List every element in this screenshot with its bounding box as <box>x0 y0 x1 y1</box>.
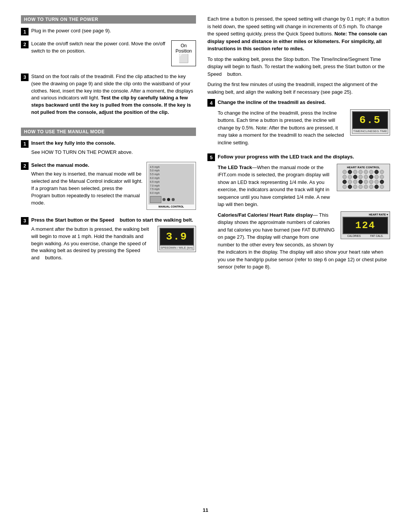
manual-step-1-content: Insert the key fully into the console. S… <box>31 140 196 158</box>
right-step-5-title: Follow your progress with the LED track … <box>218 153 390 161</box>
right-column: Each time a button is pressed, the speed… <box>207 15 390 500</box>
manual-step-3: 3 Press the Start button or the Speed bu… <box>21 217 196 264</box>
led-dot <box>364 185 368 189</box>
section2-header: HOW TO USE THE MANUAL MODE <box>21 128 196 136</box>
right-intro-2: To stop the walking belt, press the Stop… <box>207 56 390 78</box>
led-dot <box>380 180 384 184</box>
manual-step-2: 2 4.5 mph5.0 mph5.5 mph6.0 mph6.5 mph7.0… <box>21 162 196 213</box>
manual-control-inner: 4.5 mph5.0 mph5.5 mph6.0 mph6.5 mph7.0 m… <box>148 164 194 204</box>
on-position-figure: On Position ⬜ <box>171 40 196 66</box>
left-column: HOW TO TURN ON THE POWER 1 Plug in the p… <box>21 15 196 500</box>
incline-display-container: 6.5 TIME INCLINE SEG.TIME <box>350 109 390 136</box>
led-grid <box>339 170 388 189</box>
right-step-5: 5 Follow your progress with the LED trac… <box>207 153 390 274</box>
led-dot <box>353 180 357 184</box>
heart-rate-figure: HEART RATE ♥ 124 CALORIES FAT CALS. <box>341 211 390 239</box>
led-dot <box>348 170 352 174</box>
right-intro-1: Each time a button is pressed, the speed… <box>207 15 390 53</box>
manual-step-3-title: Press the Start button or the Speed butt… <box>31 217 196 224</box>
manual-step-1-text: See HOW TO TURN ON THE POWER above. <box>31 149 196 156</box>
led-track-section: HEART RATE CONTROL <box>218 164 390 211</box>
led-track-figure: HEART RATE CONTROL <box>337 164 390 191</box>
right-step-4: 4 Change the incline of the treadmill as… <box>207 99 390 149</box>
led-dot <box>369 170 373 174</box>
calories-lcd: 124 <box>342 217 388 234</box>
led-dot <box>380 170 384 174</box>
manual-step-num-2: 2 <box>21 162 29 170</box>
manual-dots-row1 <box>162 198 175 201</box>
led-dot <box>374 170 379 174</box>
led-dot <box>353 170 357 174</box>
step-num-3: 3 <box>21 73 29 81</box>
step-num-1: 1 <box>21 28 29 35</box>
dot <box>162 198 166 201</box>
led-dot <box>369 175 373 179</box>
led-dot <box>358 175 363 179</box>
speed-lcd: 3.9 <box>159 228 194 246</box>
led-dot <box>342 170 347 174</box>
led-dot <box>374 180 379 184</box>
dot <box>167 198 170 201</box>
right-step-5-content: Follow your progress with the LED track … <box>218 153 390 274</box>
incline-lcd: 6.5 <box>352 111 388 129</box>
step-3-bold: Test the clip by carefully taking a few … <box>31 95 191 115</box>
section1-header: HOW TO TURN ON THE POWER <box>21 15 196 24</box>
on-label: On <box>181 43 187 48</box>
led-track-header: HEART RATE CONTROL <box>339 166 388 169</box>
page-number: 11 <box>21 507 390 513</box>
led-dot <box>364 180 368 184</box>
speed-list: 4.5 mph5.0 mph5.5 mph6.0 mph6.5 mph7.0 m… <box>150 165 193 195</box>
manual-dots-col <box>162 198 175 201</box>
led-dot <box>358 185 363 189</box>
right-step-4-title: Change the incline of the treadmill as d… <box>218 99 390 106</box>
dot <box>172 198 175 201</box>
calories-section: HEART RATE ♥ 124 CALORIES FAT CALS. Calo… <box>218 211 390 274</box>
led-dot <box>348 180 352 184</box>
page: HOW TO TURN ON THE POWER 1 Plug in the p… <box>0 0 411 532</box>
led-dot <box>358 180 363 184</box>
incline-label-incline: INCLINE <box>360 129 373 133</box>
step-num-2: 2 <box>21 41 29 48</box>
manual-step-num-3: 3 <box>21 217 29 225</box>
step-1-content: Plug in the power cord (see page 9). <box>31 27 196 37</box>
manual-control-label: MANUAL CONTROL <box>148 205 194 208</box>
fat-cals-label: FAT CALS. <box>370 235 383 237</box>
led-dot <box>342 185 347 189</box>
led-dot <box>342 175 347 179</box>
led-dot <box>348 185 352 189</box>
lcd-label-speed: SPEED <box>161 246 171 249</box>
hr-label-row: CALORIES FAT CALS. <box>342 235 388 237</box>
incline-lcd-labels: TIME INCLINE SEG.TIME <box>352 129 388 134</box>
step-2-power: 2 On Position ⬜ Locate the on/off switch… <box>21 40 196 69</box>
led-dot <box>374 175 379 179</box>
led-dot <box>353 185 357 189</box>
lcd-label-mile: MIN / MILE (km) <box>171 246 193 249</box>
manual-step-num-1: 1 <box>21 140 29 148</box>
manual-step-3-content: Press the Start button or the Speed butt… <box>31 217 196 264</box>
led-dot <box>380 175 384 179</box>
led-dot <box>369 185 373 189</box>
led-dot <box>380 185 384 189</box>
calories-label: CALORIES <box>347 235 361 237</box>
right-step-num-5: 5 <box>207 153 215 161</box>
step-3-power: 3 Stand on the foot rails of the treadmi… <box>21 73 196 118</box>
led-dot <box>364 170 368 174</box>
note-bold: Note: The console can display speed and … <box>207 31 387 51</box>
hr-header: HEART RATE ♥ <box>342 213 388 216</box>
manual-step-1: 1 Insert the key fully into the console.… <box>21 140 196 158</box>
right-step-num-4: 4 <box>207 99 215 107</box>
led-dot <box>374 185 379 189</box>
step-3-text-plain: Stand on the foot rails of the treadmill… <box>31 73 196 116</box>
led-dot <box>353 175 357 179</box>
manual-step-1-title: Insert the key fully into the console. <box>31 140 196 147</box>
right-step-4-content: Change the incline of the treadmill as d… <box>218 99 390 149</box>
incline-label-time: TIME <box>353 129 360 133</box>
switch-icon: ⬜ <box>175 54 192 64</box>
speed-lcd-labels: SPEED MIN / MILE (km) <box>159 246 194 250</box>
position-label: Position <box>175 48 192 54</box>
manual-indicators <box>150 196 193 203</box>
step-1-power: 1 Plug in the power cord (see page 9). <box>21 27 196 37</box>
manual-control-figure: 4.5 mph5.0 mph5.5 mph6.0 mph6.5 mph7.0 m… <box>147 162 196 210</box>
led-dot <box>358 170 363 174</box>
step-2-content: On Position ⬜ Locate the on/off switch n… <box>31 40 196 69</box>
